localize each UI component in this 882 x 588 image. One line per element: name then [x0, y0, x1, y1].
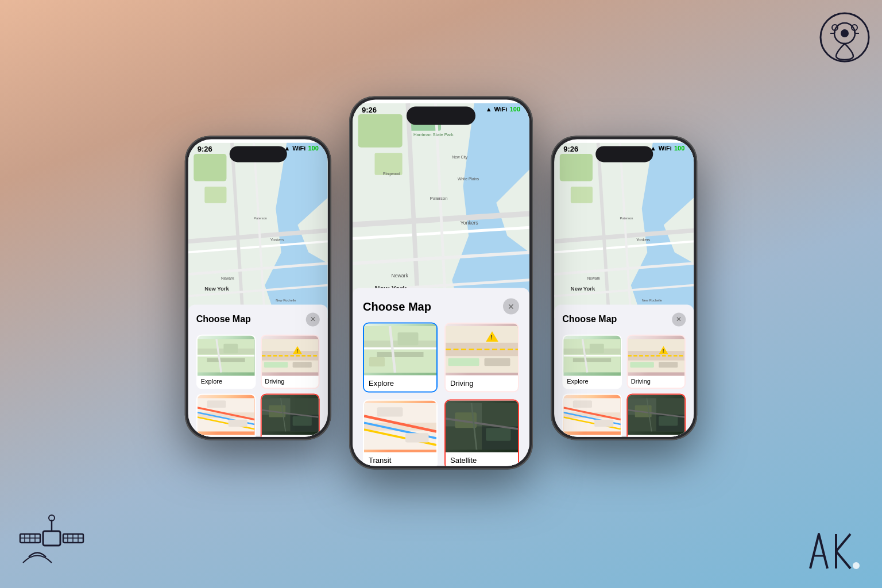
phone-left: 9:26 ▲ WiFi 100 [185, 136, 331, 440]
panel-header-center: Choose Map ✕ [363, 299, 519, 315]
svg-rect-23 [264, 362, 287, 368]
panel-title-left: Choose Map [196, 314, 251, 324]
transit-label-right: Transit [563, 435, 621, 436]
satellite-option-center[interactable]: Satellite [444, 400, 519, 466]
svg-text:!: ! [662, 348, 664, 354]
svg-rect-33 [229, 420, 247, 427]
svg-rect-111 [630, 362, 653, 368]
svg-text:Paterson: Paterson [254, 216, 267, 220]
driving-thumb-right: ! [628, 335, 685, 376]
panel-header-left: Choose Map ✕ [196, 312, 320, 326]
map-grid-right: Explore ! [562, 334, 686, 436]
driving-label-left: Driving [261, 376, 319, 388]
driving-option-left[interactable]: ! Driving [260, 334, 320, 389]
svg-rect-107 [590, 344, 604, 354]
svg-rect-121 [594, 420, 613, 427]
svg-text:New City: New City [452, 155, 468, 160]
bottom-panel-left: Choose Map ✕ [188, 304, 328, 436]
wifi-center: WiFi [494, 106, 508, 113]
satellite-label-right: Satellite [628, 435, 685, 436]
signal-center: ▲ [486, 106, 492, 113]
logo-top-right [819, 11, 871, 63]
svg-rect-80 [405, 433, 429, 442]
status-icons-right: ▲ WiFi 100 [650, 145, 684, 152]
explore-option-right[interactable]: Explore [562, 334, 622, 389]
satellite-thumb-left [261, 394, 319, 435]
transit-thumb-center [364, 401, 436, 452]
svg-text:New York: New York [204, 285, 229, 292]
satellite-option-left[interactable]: Satellite [260, 393, 320, 436]
phone-right: 9:26 ▲ WiFi 100 [551, 136, 697, 440]
svg-text:Newark: Newark [587, 276, 600, 280]
close-button-center[interactable]: ✕ [503, 299, 519, 315]
svg-rect-66 [369, 357, 385, 366]
satellite-label-center: Satellite [446, 452, 518, 466]
battery-left: 100 [308, 145, 318, 152]
transit-label-left: Transit [198, 435, 255, 436]
svg-point-131 [841, 29, 849, 37]
explore-thumb-right [563, 335, 621, 376]
transit-thumb-left [198, 394, 255, 435]
battery-center: 100 [510, 106, 520, 113]
svg-rect-65 [398, 332, 419, 346]
close-button-right[interactable]: ✕ [672, 312, 686, 326]
dynamic-island-left [229, 146, 287, 162]
svg-rect-90 [571, 187, 593, 203]
driving-option-right[interactable]: ! Driving [626, 334, 686, 389]
svg-text:Yonkers: Yonkers [636, 238, 650, 242]
svg-rect-70 [448, 358, 479, 366]
explore-thumb-center [364, 324, 436, 376]
svg-rect-79 [377, 407, 403, 416]
bottom-panel-right: Choose Map ✕ [554, 304, 694, 436]
driving-option-center[interactable]: ! Driving [444, 323, 519, 393]
panel-title-center: Choose Map [363, 300, 431, 313]
explore-option-center[interactable]: Explore [363, 323, 438, 393]
bottom-panel-center: Choose Map ✕ [353, 288, 529, 466]
dynamic-island-right [595, 146, 653, 162]
explore-option-left[interactable]: Explore [196, 334, 256, 389]
svg-point-153 [853, 562, 860, 569]
svg-text:Yonkers: Yonkers [461, 220, 479, 226]
satellite-thumb-center [446, 401, 518, 452]
svg-text:Harriman State Park: Harriman State Park [413, 132, 454, 137]
svg-text:Paterson: Paterson [620, 216, 633, 220]
transit-option-left[interactable]: Transit [196, 393, 256, 436]
close-button-left[interactable]: ✕ [306, 312, 320, 326]
svg-text:!: ! [296, 348, 298, 354]
satellite-option-right[interactable]: Satellite [626, 393, 686, 436]
svg-rect-17 [207, 358, 245, 362]
map-grid-left: Explore [196, 334, 320, 436]
svg-rect-138 [43, 531, 60, 546]
battery-right: 100 [674, 145, 684, 152]
satellite-label-left: Satellite [261, 435, 319, 436]
transit-thumb-right [563, 394, 621, 435]
explore-label-center: Explore [364, 376, 436, 392]
svg-rect-19 [223, 344, 238, 354]
svg-text:Paterson: Paterson [430, 196, 448, 201]
svg-rect-63 [377, 352, 424, 357]
transit-option-right[interactable]: Transit [562, 393, 622, 436]
satellite-icon [17, 505, 86, 577]
explore-label-left: Explore [198, 376, 255, 388]
svg-rect-105 [573, 358, 611, 362]
svg-text:New Rochelle: New Rochelle [642, 299, 662, 302]
svg-rect-38 [292, 416, 311, 426]
wifi-right: WiFi [659, 145, 672, 152]
svg-rect-32 [207, 401, 226, 408]
map-grid-center: Explore ! [363, 323, 519, 466]
phone-center: 9:26 ▲ WiFi 100 [349, 96, 533, 470]
panel-title-right: Choose Map [562, 314, 617, 324]
transit-option-center[interactable]: Transit [363, 400, 438, 466]
svg-text:New Rochelle: New Rochelle [276, 299, 296, 302]
dynamic-island-center [407, 107, 475, 125]
transit-label-center: Transit [364, 452, 436, 466]
driving-label-center: Driving [446, 376, 518, 392]
svg-text:!: ! [490, 334, 493, 341]
explore-label-right: Explore [563, 376, 621, 388]
satellite-thumb-right [628, 394, 685, 435]
ak-logo [807, 528, 865, 577]
svg-rect-71 [485, 358, 510, 366]
svg-text:Ringwood: Ringwood [383, 172, 400, 176]
wifi-left: WiFi [292, 145, 305, 152]
time-left: 9:26 [198, 145, 212, 153]
